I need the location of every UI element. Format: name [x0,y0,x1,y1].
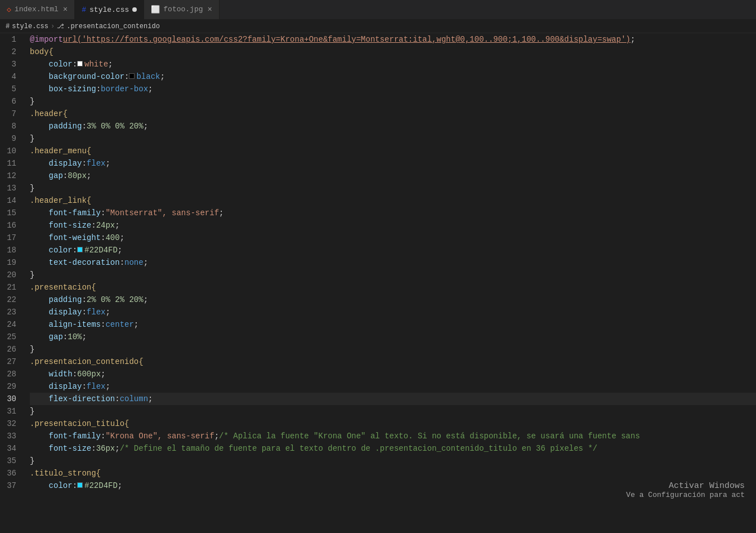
breadcrumb-selector: .presentacion_contenido [66,23,160,30]
token: /* Aplica la fuente "Krona One" al texto… [219,430,640,442]
editor: 1234567891011121314151617181920212223242… [0,33,756,533]
line-number: 31 [0,405,21,417]
tab-style-css[interactable]: # style.css [75,0,144,19]
token: font-family [49,430,101,442]
tab-label: fotoo.jpg [163,5,203,14]
token: padding [49,294,82,306]
token: : [82,120,86,132]
line-number: 35 [0,455,21,467]
token: 3% 0% 0% 20% [87,120,144,132]
token: flex [87,306,106,318]
token: ; [105,306,110,318]
token: color [49,58,73,70]
token: } [30,269,34,281]
line-number: 2 [0,46,21,58]
line-number: 19 [0,256,21,269]
token: ; [214,430,219,442]
html-icon: ◇ [7,5,11,14]
token: 24px [96,219,115,232]
token: flex [87,157,106,170]
code-line: } [30,343,756,356]
token: font-size [49,219,92,232]
token: padding [49,120,82,132]
line-number: 29 [0,380,21,393]
token: : [101,232,105,244]
tab-label: style.css [90,6,129,14]
token: .presentacion{ [30,281,96,294]
token: ; [101,368,105,380]
token: "Krona One", sans-serif [105,430,214,442]
token: : [82,294,86,306]
token: ; [82,331,86,343]
token: background-color [49,70,124,83]
css-icon: # [82,6,86,14]
token: none [124,256,144,269]
token: box-sizing [49,83,96,95]
code-line: display: flex; [30,380,756,393]
token: .presentacion_contenido{ [30,356,144,368]
token: .presentacion_titulo{ [30,417,129,430]
token: ; [118,244,122,256]
code-line: box-sizing: border-box; [30,83,756,95]
token: : [91,442,96,455]
token: #22D4FD [84,244,118,256]
code-area[interactable]: @import url('https://fonts.googleapis.co… [25,33,756,533]
tab-label: index.html [15,5,59,14]
token: flex [87,380,106,393]
code-line: font-size: 24px; [30,219,756,232]
token: white [84,58,108,70]
token: ; [148,83,153,95]
tab-index-html[interactable]: ◇ index.html × [0,0,75,19]
token: ; [144,294,148,306]
token: } [30,132,34,145]
line-numbers: 1234567891011121314151617181920212223242… [0,33,25,533]
token: ; [108,58,113,70]
token: color [49,244,73,256]
token: ; [144,120,148,132]
token: 80px [68,170,87,182]
code-line: gap: 10%; [30,331,756,343]
token: : [91,219,96,232]
line-number: 16 [0,219,21,232]
code-line: gap: 80px; [30,170,756,182]
token: color [49,479,73,492]
token: url('https://fonts.googleapis.com/css2?f… [63,33,630,46]
line-number: 8 [0,120,21,132]
tab-fotoo-jpg[interactable]: ⬜ fotoo.jpg × [144,0,220,19]
token: } [30,95,34,108]
token: align-items [49,318,101,331]
token: ; [219,207,223,219]
line-number: 4 [0,70,21,83]
token: : [73,479,77,492]
line-number: 26 [0,343,21,356]
close-icon[interactable]: × [208,5,212,14]
line-number: 17 [0,232,21,244]
token: ; [148,393,153,405]
line-number: 3 [0,58,21,70]
token: font-size [49,442,92,455]
token: : [73,58,77,70]
color-swatch [77,482,83,488]
token: flex-direction [49,393,115,405]
code-line: font-family: "Krona One", sans-serif; /*… [30,430,756,442]
breadcrumb-sep: › [51,23,55,30]
code-line: .presentacion_titulo{ [30,417,756,430]
token: : [73,368,77,380]
token: ; [160,70,164,83]
token: body{ [30,46,53,58]
token: display [49,380,82,393]
token: : [101,430,105,442]
close-icon[interactable]: × [63,5,68,14]
token: : [115,393,119,405]
line-number: 1 [0,33,21,46]
code-line: body{ [30,46,756,58]
code-line: } [30,405,756,417]
token: : [101,207,105,219]
line-number: 24 [0,318,21,331]
line-number: 20 [0,269,21,281]
code-line: .header{ [30,108,756,120]
code-line: font-family: "Montserrat", sans-serif; [30,207,756,219]
token: gap [49,331,63,343]
line-number: 13 [0,182,21,194]
token: 36px [96,442,115,455]
